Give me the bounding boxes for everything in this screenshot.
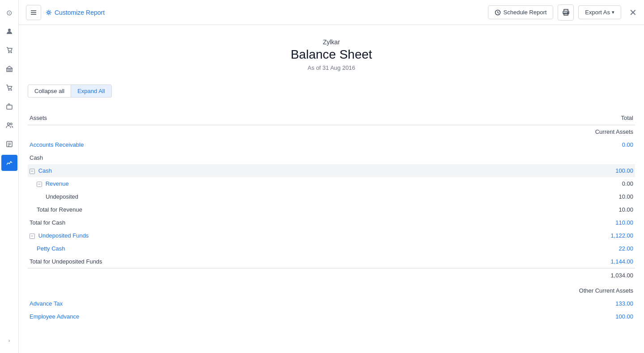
sidebar-icon-contacts[interactable] (1, 117, 17, 133)
svg-point-0 (8, 29, 11, 31)
table-row: − Cash 100.00 (28, 164, 635, 177)
toolbar-left: Customize Report (26, 5, 488, 20)
customize-label: Customize Report (55, 9, 105, 16)
sidebar-icon-home[interactable]: ⊙ (1, 4, 17, 21)
table-row: 1,034.00 (28, 268, 635, 282)
customize-report-button[interactable]: Customize Report (46, 9, 105, 16)
toolbar: Customize Report Schedule Report Export … (19, 0, 644, 25)
sidebar-expand-icon[interactable]: › (1, 332, 17, 349)
accounts-receivable-value[interactable]: 0.00 (622, 141, 633, 148)
hamburger-button[interactable] (26, 5, 41, 20)
svg-point-8 (11, 89, 12, 90)
export-button[interactable]: Export As ▾ (578, 5, 621, 19)
revenue-value: 0.00 (622, 180, 633, 187)
svg-point-1 (8, 52, 9, 53)
undeposited-label: Undeposited (46, 193, 78, 200)
table-row: Petty Cash 22.00 (28, 242, 635, 255)
toolbar-right: Schedule Report Export As ▾ ✕ (488, 4, 637, 21)
sidebar-icon-shopping[interactable] (1, 42, 17, 58)
cash-link[interactable]: Cash (38, 167, 52, 174)
table-row: − Revenue 0.00 (28, 177, 635, 190)
svg-point-11 (10, 123, 12, 125)
sidebar-icon-cart[interactable] (1, 80, 17, 96)
export-label: Export As (585, 9, 610, 16)
export-arrow-icon: ▾ (612, 9, 614, 15)
report-header: Zylkar Balance Sheet As of 31 Aug 2016 (28, 38, 635, 71)
advance-tax-value[interactable]: 133.00 (615, 300, 633, 307)
sidebar-icon-analytics[interactable] (1, 155, 17, 171)
assets-column-header: Assets (28, 111, 480, 125)
total-undeposited-funds-label: Total for Undeposited Funds (30, 258, 102, 265)
sidebar-icon-bank[interactable] (1, 61, 17, 77)
other-current-assets-label: Other Current Assets (579, 287, 633, 294)
svg-point-10 (7, 123, 9, 125)
section-current-assets: Current Assets (28, 125, 635, 139)
table-row: Advance Tax 133.00 (28, 297, 635, 310)
section-total-value: 1,034.00 (610, 272, 633, 279)
total-column-header: Total (480, 111, 635, 125)
revenue-link[interactable]: Revenue (46, 180, 69, 187)
schedule-report-button[interactable]: Schedule Report (488, 5, 554, 19)
print-button[interactable] (558, 4, 574, 21)
sidebar-icon-briefcase[interactable] (1, 98, 17, 115)
report-controls: Collapse all Expand All (28, 85, 635, 98)
report-content: Zylkar Balance Sheet As of 31 Aug 2016 C… (19, 25, 644, 353)
cash-subsection-label: Cash (30, 154, 43, 161)
advance-tax-link[interactable]: Advance Tax (30, 300, 63, 307)
expand-all-button[interactable]: Expand All (71, 85, 111, 98)
employee-advance-link[interactable]: Employee Advance (30, 313, 79, 320)
accounts-receivable-link[interactable]: Accounts Receivable (30, 141, 84, 148)
total-cash-value[interactable]: 110.00 (615, 219, 633, 226)
collapse-all-button[interactable]: Collapse all (28, 85, 71, 98)
close-button[interactable]: ✕ (629, 8, 637, 17)
svg-point-19 (48, 11, 50, 13)
report-date: As of 31 Aug 2016 (28, 64, 635, 71)
schedule-label: Schedule Report (504, 9, 547, 16)
table-row: Total for Revenue 10.00 (28, 203, 635, 216)
current-assets-label: Current Assets (595, 128, 633, 135)
report-title: Balance Sheet (28, 47, 635, 62)
undeposited-funds-value[interactable]: 1,122.00 (610, 232, 633, 239)
collapse-revenue-icon[interactable]: − (37, 182, 42, 187)
cash-value[interactable]: 100.00 (615, 167, 633, 174)
company-name: Zylkar (28, 38, 635, 46)
undeposited-value: 10.00 (619, 193, 633, 200)
sidebar-icon-reports[interactable] (1, 136, 17, 152)
collapse-undeposited-funds-icon[interactable]: − (30, 234, 35, 239)
sidebar: ⊙ › (0, 0, 19, 353)
table-row: Accounts Receivable 0.00 (28, 138, 635, 151)
svg-point-7 (8, 89, 9, 90)
svg-rect-9 (7, 105, 12, 109)
cash-subsection-row: Cash (28, 151, 635, 164)
undeposited-funds-link[interactable]: Undeposited Funds (38, 232, 89, 239)
total-revenue-label: Total for Revenue (37, 206, 82, 213)
table-row: Total for Undeposited Funds 1,144.00 (28, 255, 635, 268)
collapse-cash-icon[interactable]: − (30, 169, 35, 174)
employee-advance-value[interactable]: 100.00 (615, 313, 633, 320)
petty-cash-link[interactable]: Petty Cash (37, 245, 65, 252)
table-header-row: Assets Total (28, 111, 635, 125)
table-row: Undeposited 10.00 (28, 190, 635, 203)
petty-cash-value[interactable]: 22.00 (619, 245, 633, 252)
total-cash-label: Total for Cash (30, 219, 65, 226)
table-row: − Undeposited Funds 1,122.00 (28, 229, 635, 242)
svg-point-2 (11, 52, 12, 53)
table-row: Employee Advance 100.00 (28, 310, 635, 323)
balance-sheet-table: Assets Total Current Assets Accounts Rec… (28, 111, 635, 323)
total-revenue-value: 10.00 (619, 206, 633, 213)
main-panel: Customize Report Schedule Report Export … (19, 0, 644, 353)
sidebar-icon-user[interactable] (1, 23, 17, 39)
section-other-current-assets: Other Current Assets (28, 282, 635, 297)
svg-point-23 (568, 12, 568, 13)
table-row: Total for Cash 110.00 (28, 216, 635, 229)
total-undeposited-funds-value[interactable]: 1,144.00 (610, 258, 633, 265)
